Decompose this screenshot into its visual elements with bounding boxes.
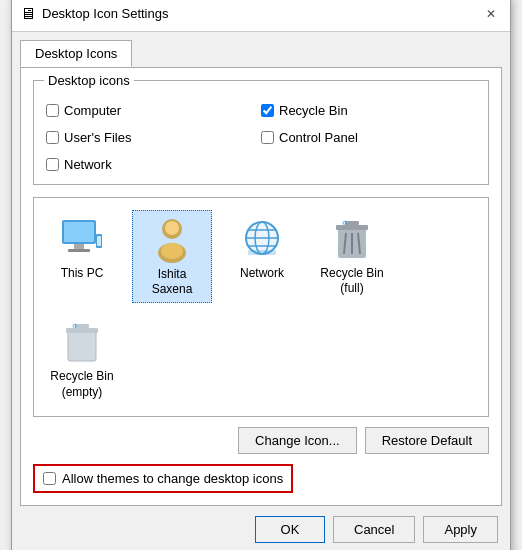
apply-button[interactable]: Apply [423, 516, 498, 543]
checkbox-recyclebin[interactable] [261, 104, 274, 117]
svg-rect-19 [345, 221, 359, 225]
checkbox-controlpanel-label[interactable]: Control Panel [279, 130, 358, 145]
checkbox-recyclebin-label[interactable]: Recycle Bin [279, 103, 348, 118]
change-icon-button[interactable]: Change Icon... [238, 427, 357, 454]
checkbox-controlpanel-row: Control Panel [261, 130, 476, 145]
icon-label-recyclebin-empty: Recycle Bin(empty) [50, 369, 113, 400]
icon-label-recyclebin-full: Recycle Bin(full) [320, 266, 383, 297]
icon-item-recyclebin-empty[interactable]: ♻ Recycle Bin(empty) [42, 313, 122, 404]
app-icon: 🖥 [20, 5, 36, 23]
title-bar: 🖥 Desktop Icon Settings ✕ [12, 0, 510, 32]
svg-rect-5 [97, 236, 101, 246]
recyclebin-full-icon: ♻ [328, 214, 376, 262]
icon-grid: This PC Ishita Saxena [33, 197, 489, 417]
icon-item-network[interactable]: Network [222, 210, 302, 303]
icon-label-network: Network [240, 266, 284, 282]
checkbox-network[interactable] [46, 158, 59, 171]
icon-label-thispc: This PC [61, 266, 104, 282]
content-area: Desktop icons Computer Recycle Bin User'… [20, 67, 502, 506]
icon-action-buttons: Change Icon... Restore Default [33, 427, 489, 454]
svg-rect-24 [68, 331, 96, 361]
tab-desktop-icons[interactable]: Desktop Icons [20, 40, 132, 67]
checkbox-userfiles[interactable] [46, 131, 59, 144]
cancel-button[interactable]: Cancel [333, 516, 415, 543]
checkbox-network-label[interactable]: Network [64, 157, 112, 172]
thispc-icon [58, 214, 106, 262]
restore-default-button[interactable]: Restore Default [365, 427, 489, 454]
title-bar-left: 🖥 Desktop Icon Settings [20, 5, 168, 23]
desktop-icons-group: Desktop icons Computer Recycle Bin User'… [33, 80, 489, 185]
tabs-bar: Desktop Icons [12, 32, 510, 67]
svg-point-8 [165, 221, 179, 235]
footer: OK Cancel Apply [12, 506, 510, 550]
checkbox-grid: Computer Recycle Bin User's Files Contro… [46, 95, 476, 172]
svg-rect-3 [68, 249, 90, 252]
checkbox-userfiles-row: User's Files [46, 130, 261, 145]
checkbox-computer-label[interactable]: Computer [64, 103, 121, 118]
allow-themes-container: Allow themes to change desktop icons [33, 464, 293, 493]
ok-button[interactable]: OK [255, 516, 325, 543]
svg-rect-25 [66, 328, 98, 333]
svg-point-9 [161, 243, 183, 259]
checkbox-network-row: Network [46, 157, 261, 172]
checkbox-computer[interactable] [46, 104, 59, 117]
checkbox-allow-themes[interactable] [43, 472, 56, 485]
svg-rect-26 [75, 324, 89, 328]
checkbox-computer-row: Computer [46, 103, 261, 118]
svg-rect-1 [64, 222, 94, 242]
allow-themes-label[interactable]: Allow themes to change desktop icons [62, 471, 283, 486]
title-bar-text: Desktop Icon Settings [42, 6, 168, 21]
icon-label-ishita: Ishita Saxena [137, 267, 207, 298]
svg-text:♻: ♻ [72, 323, 77, 329]
checkbox-controlpanel[interactable] [261, 131, 274, 144]
svg-point-16 [246, 222, 278, 254]
icon-item-thispc[interactable]: This PC [42, 210, 122, 303]
dialog: 🖥 Desktop Icon Settings ✕ Desktop Icons … [11, 0, 511, 550]
icon-item-ishita[interactable]: Ishita Saxena [132, 210, 212, 303]
svg-rect-2 [74, 244, 84, 249]
checkbox-recyclebin-row: Recycle Bin [261, 103, 476, 118]
svg-text:♻: ♻ [342, 220, 347, 226]
recyclebin-empty-icon: ♻ [58, 317, 106, 365]
group-label: Desktop icons [44, 73, 134, 88]
checkbox-userfiles-label[interactable]: User's Files [64, 130, 132, 145]
close-button[interactable]: ✕ [480, 3, 502, 25]
ishita-icon [148, 215, 196, 263]
svg-rect-18 [336, 225, 368, 230]
icon-item-recyclebin-full[interactable]: ♻ Recycle Bin(full) [312, 210, 392, 303]
network-icon [238, 214, 286, 262]
